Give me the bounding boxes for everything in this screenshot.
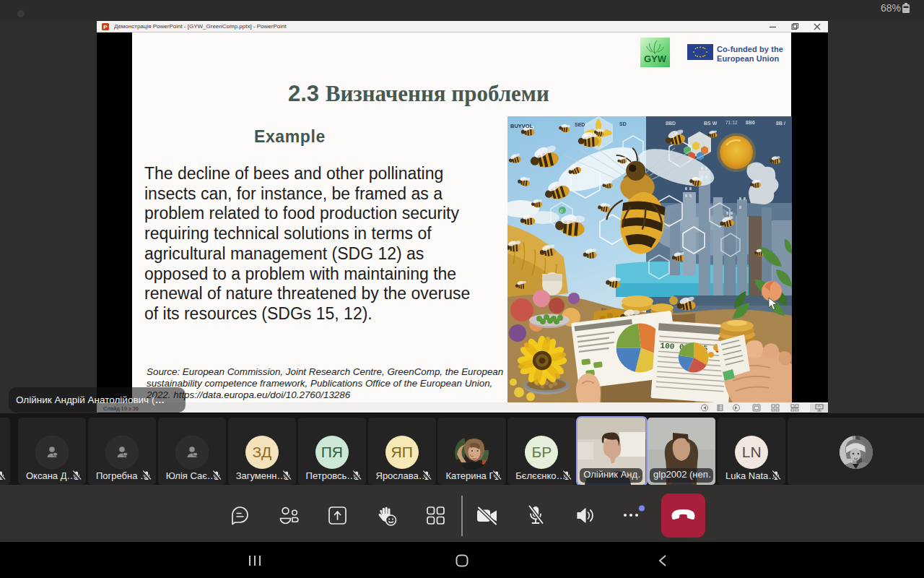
svg-text:SED: SED [575,122,585,127]
svg-text:c: c [560,208,563,213]
svg-text:71:12: 71:12 [725,120,738,125]
svg-text:BS W: BS W [704,121,718,126]
svg-text:8BD: 8BD [666,121,676,126]
svg-text:8B6: 8B6 [746,120,755,125]
svg-text:SD: SD [619,121,627,126]
svg-text:P: P [103,24,108,30]
svg-text:GYW: GYW [644,53,667,64]
svg-text:8B /: 8B / [776,121,785,126]
svg-text:BUYVOL: BUYVOL [510,123,533,129]
